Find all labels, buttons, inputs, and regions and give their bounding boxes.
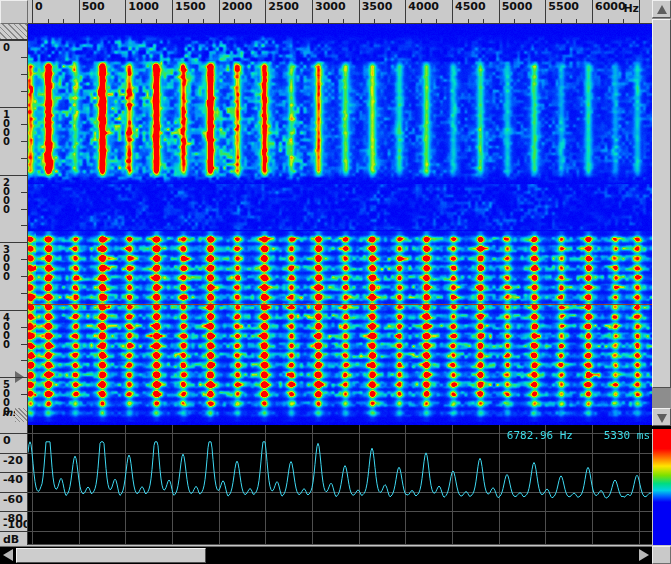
tick-label: 2000 [222, 1, 253, 12]
arrow-up-icon [657, 5, 667, 14]
major-tick [359, 0, 360, 24]
minor-tick [21, 209, 28, 210]
major-tick [545, 0, 546, 24]
arrow-right-icon [639, 549, 649, 561]
tick-label: 3000 [315, 1, 346, 12]
tick-label: 6000 [595, 1, 626, 12]
major-tick [0, 377, 28, 378]
tick-label: -20 [3, 455, 23, 466]
grid-line [0, 531, 28, 532]
tick-label: 5 0 0 0 [3, 380, 10, 416]
ruler-hatch-bottom [15, 408, 27, 422]
vertical-scrollbar-thumb[interactable] [652, 19, 671, 388]
major-tick [592, 0, 593, 24]
tick-label: 1000 [128, 1, 159, 12]
major-tick [79, 0, 80, 24]
minor-tick [21, 57, 28, 58]
tick-label: 2500 [268, 1, 299, 12]
minor-tick [21, 225, 28, 226]
minor-tick [21, 394, 28, 395]
minor-tick [21, 360, 28, 361]
horizontal-scrollbar-thumb[interactable] [16, 548, 206, 563]
major-tick [219, 0, 220, 24]
tick-label: -60 [3, 494, 23, 505]
frequency-ruler[interactable]: Hz 0500100015002000250030003500400045005… [28, 0, 652, 24]
tick-label: 1 0 0 0 [3, 110, 10, 146]
major-tick [0, 242, 28, 243]
minor-tick [21, 259, 28, 260]
corner-box-top-left [0, 0, 28, 24]
tick-label: 5000 [502, 1, 533, 12]
scroll-down-button[interactable] [652, 408, 671, 426]
minor-tick [21, 124, 28, 125]
corner-box-bottom-right [652, 546, 671, 564]
db-unit-label: dB [3, 533, 19, 545]
minor-tick [21, 192, 28, 193]
tick-label: 0 [3, 43, 10, 52]
minor-tick [21, 141, 28, 142]
tick-label: 5500 [548, 1, 579, 12]
spectrogram-canvas[interactable] [28, 24, 652, 425]
minor-tick [21, 293, 28, 294]
app-window: Hz 0500100015002000250030003500400045005… [0, 0, 671, 564]
major-tick [405, 0, 406, 24]
tick-label: 3 0 0 0 [3, 245, 10, 281]
db-ruler[interactable]: dB 0-20-40-60-80-100 [0, 425, 28, 545]
major-tick [0, 40, 28, 41]
minor-tick [21, 91, 28, 92]
major-tick [499, 0, 500, 24]
tick-label: 0 [35, 1, 43, 12]
tick-label: 1500 [175, 1, 206, 12]
scroll-right-button[interactable] [636, 547, 652, 564]
minor-tick [21, 344, 28, 345]
minor-tick [21, 327, 28, 328]
frequency-readout: 6782.96 Hz [453, 429, 573, 442]
tick-label: 4500 [455, 1, 486, 12]
time-readout: 5330 ms [560, 429, 650, 442]
major-tick [32, 0, 33, 24]
time-ruler[interactable]: ms 01 0 0 02 0 0 03 0 0 04 0 0 05 0 0 0 [0, 24, 28, 425]
major-tick [265, 0, 266, 24]
ruler-hatch-top [0, 24, 27, 40]
major-tick [639, 0, 640, 24]
tick-label: -100 [3, 519, 28, 530]
major-tick [172, 0, 173, 24]
tick-label: 4 0 0 0 [3, 313, 10, 349]
minor-tick [21, 74, 28, 75]
intensity-colorbar [653, 429, 671, 545]
major-tick [0, 107, 28, 108]
minor-tick [21, 158, 28, 159]
tick-label: 3500 [362, 1, 393, 12]
tick-label: 2 0 0 0 [3, 178, 10, 214]
minor-tick [21, 276, 28, 277]
major-tick [0, 175, 28, 176]
tick-label: 0 [3, 435, 11, 446]
major-tick [452, 0, 453, 24]
scroll-up-button[interactable] [652, 0, 671, 18]
scroll-left-button[interactable] [0, 547, 16, 564]
tick-label: -40 [3, 474, 23, 485]
tick-label: 500 [82, 1, 105, 12]
major-tick [125, 0, 126, 24]
major-tick [0, 310, 28, 311]
arrow-left-icon [3, 549, 13, 561]
major-tick [312, 0, 313, 24]
spectrum-plot-canvas[interactable] [28, 425, 652, 545]
arrow-down-icon [657, 414, 667, 423]
tick-label: 4000 [408, 1, 439, 12]
